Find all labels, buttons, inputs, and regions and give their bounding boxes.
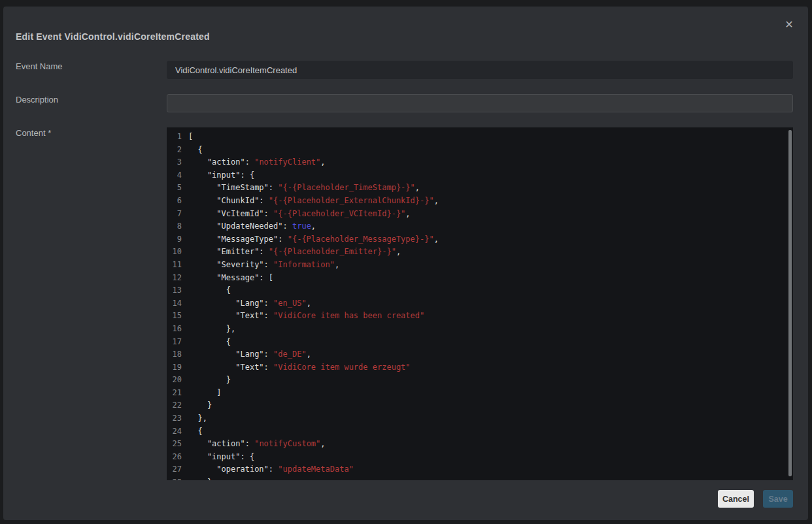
line-number: 7 (167, 208, 182, 221)
line-number: 20 (167, 374, 182, 387)
line-code: "Lang": "de_DE", (182, 348, 311, 361)
dialog-title: Edit Event VidiControl.vidiCoreItemCreat… (16, 31, 210, 42)
line-code: ] (182, 387, 222, 400)
line-code: { (182, 284, 231, 297)
line-number: 12 (167, 272, 182, 285)
line-code: "Text": "VidiCore item wurde erzeugt" (182, 361, 411, 374)
line-code: "MessageType": "{-{Placeholder_MessageTy… (182, 233, 439, 246)
code-line: 20 } (167, 374, 793, 387)
line-code: "action": "notifyClient", (182, 156, 326, 169)
code-line: 12 "Message": [ (167, 272, 793, 285)
line-number: 18 (167, 348, 182, 361)
line-number: 3 (167, 156, 182, 169)
code-line: 21 ] (167, 387, 793, 400)
code-line: 16 }, (167, 323, 793, 336)
code-line: 14 "Lang": "en_US", (167, 297, 793, 310)
line-number: 17 (167, 336, 182, 349)
code-line: 6 "ChunkId": "{-{Placeholder_ExternalChu… (167, 195, 793, 208)
line-code: "action": "notifyCustom", (182, 438, 326, 451)
line-number: 28 (167, 476, 182, 480)
code-line: 27 "operation": "updateMetaData" (167, 463, 793, 476)
code-line: 8 "UpdateNeeded": true, (167, 220, 793, 233)
line-code: "TimeStamp": "{-{Placeholder_TimeStamp}-… (182, 182, 420, 195)
line-code: [ (182, 131, 193, 144)
line-code: }, (182, 412, 207, 425)
description-input[interactable] (167, 94, 793, 112)
line-code: "Severity": "Information", (182, 259, 339, 272)
code-line: 9 "MessageType": "{-{Placeholder_Message… (167, 233, 793, 246)
code-line: 10 "Emitter": "{-{Placeholder_Emitter}-}… (167, 246, 793, 259)
line-number: 10 (167, 246, 182, 259)
code-line: 24 { (167, 425, 793, 438)
line-number: 13 (167, 284, 182, 297)
code-line: 28 } (167, 476, 793, 480)
cancel-button[interactable]: Cancel (718, 490, 754, 508)
code-line: 22 } (167, 399, 793, 412)
line-number: 27 (167, 463, 182, 476)
line-number: 11 (167, 259, 182, 272)
line-code: "ChunkId": "{-{Placeholder_ExternalChunk… (182, 195, 439, 208)
code-line: 17 { (167, 336, 793, 349)
line-number: 1 (167, 131, 182, 144)
content-label: Content * (16, 128, 51, 138)
event-name-label: Event Name (16, 61, 63, 71)
code-line: 3 "action": "notifyClient", (167, 156, 793, 169)
line-code: "UpdateNeeded": true, (182, 220, 316, 233)
line-code: } (182, 374, 231, 387)
line-code: "Emitter": "{-{Placeholder_Emitter}-}", (182, 246, 401, 259)
content-code-editor[interactable]: 1[2 {3 "action": "notifyClient",4 "input… (167, 127, 793, 480)
code-line: 15 "Text": "VidiCore item has been creat… (167, 310, 793, 323)
code-lines-container: 1[2 {3 "action": "notifyClient",4 "input… (167, 131, 793, 480)
line-code: { (182, 336, 231, 349)
line-number: 2 (167, 144, 182, 157)
close-icon[interactable]: ✕ (782, 18, 796, 32)
line-code: } (182, 476, 212, 480)
line-code: "Message": [ (182, 272, 273, 285)
code-line: 26 "input": { (167, 451, 793, 464)
line-number: 23 (167, 412, 182, 425)
line-code: "input": { (182, 169, 254, 182)
code-line: 11 "Severity": "Information", (167, 259, 793, 272)
line-code: "Lang": "en_US", (182, 297, 311, 310)
line-code: "Text": "VidiCore item has been created" (182, 310, 424, 323)
line-number: 5 (167, 182, 182, 195)
save-button[interactable]: Save (763, 490, 793, 508)
code-line: 4 "input": { (167, 169, 793, 182)
line-number: 24 (167, 425, 182, 438)
line-code: "input": { (182, 451, 254, 464)
line-code: { (182, 425, 203, 438)
code-line: 13 { (167, 284, 793, 297)
line-number: 25 (167, 438, 182, 451)
code-line: 25 "action": "notifyCustom", (167, 438, 793, 451)
line-number: 26 (167, 451, 182, 464)
line-number: 16 (167, 323, 182, 336)
event-name-input[interactable] (167, 61, 793, 79)
line-number: 14 (167, 297, 182, 310)
line-code: { (182, 144, 203, 157)
line-number: 22 (167, 399, 182, 412)
code-line: 19 "Text": "VidiCore item wurde erzeugt" (167, 361, 793, 374)
code-line: 5 "TimeStamp": "{-{Placeholder_TimeStamp… (167, 182, 793, 195)
line-number: 21 (167, 387, 182, 400)
edit-event-dialog: ✕ Edit Event VidiControl.vidiCoreItemCre… (3, 7, 808, 520)
code-line: 1[ (167, 131, 793, 144)
line-number: 19 (167, 361, 182, 374)
line-number: 15 (167, 310, 182, 323)
line-code: "VcItemId": "{-{Placeholder_VCItemId}-}"… (182, 208, 411, 221)
line-number: 8 (167, 220, 182, 233)
line-number: 6 (167, 195, 182, 208)
line-code: "operation": "updateMetaData" (182, 463, 354, 476)
line-code: } (182, 399, 212, 412)
description-label: Description (16, 95, 58, 105)
code-line: 18 "Lang": "de_DE", (167, 348, 793, 361)
editor-scrollbar[interactable] (788, 130, 792, 476)
code-line: 23 }, (167, 412, 793, 425)
line-number: 4 (167, 169, 182, 182)
code-line: 2 { (167, 144, 793, 157)
line-number: 9 (167, 233, 182, 246)
code-line: 7 "VcItemId": "{-{Placeholder_VCItemId}-… (167, 208, 793, 221)
line-code: }, (182, 323, 235, 336)
